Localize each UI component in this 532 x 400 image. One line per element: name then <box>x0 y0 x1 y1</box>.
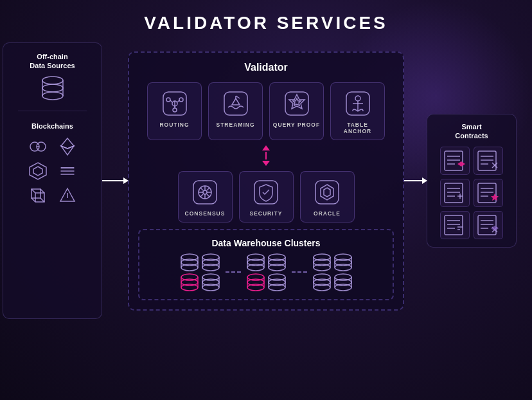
double-arrow <box>138 147 394 165</box>
svg-point-2 <box>42 92 63 100</box>
streaming-icon <box>222 89 250 118</box>
svg-rect-88 <box>445 151 463 170</box>
svg-point-0 <box>42 77 63 84</box>
center-panel: Validator <box>128 51 404 311</box>
svg-rect-110 <box>445 215 463 235</box>
sc-card-2 <box>474 147 503 175</box>
sc-card-6 <box>474 211 503 239</box>
chain-icon-solana <box>58 161 77 181</box>
arrow-left-to-center <box>102 180 128 181</box>
bottom-services-row: CONSENSUS SECURITY <box>138 171 394 223</box>
svg-line-13 <box>31 189 35 193</box>
svg-point-23 <box>173 108 177 112</box>
svg-rect-116 <box>478 215 496 235</box>
svg-marker-9 <box>33 167 42 176</box>
svg-point-34 <box>355 96 360 101</box>
arrow-down <box>262 161 270 166</box>
svg-line-15 <box>31 198 35 202</box>
chain-icon-cube <box>28 186 48 205</box>
svg-point-39 <box>203 190 207 194</box>
cluster-separator-1 <box>226 271 241 273</box>
cluster-group-1 <box>180 253 220 291</box>
svg-line-46 <box>207 188 209 190</box>
svg-marker-50 <box>321 185 333 200</box>
dw-section: Data Warehouse Clusters <box>138 229 394 300</box>
security-label: SECURITY <box>250 210 283 217</box>
dw-title: Data Warehouse Clusters <box>211 238 320 248</box>
smart-contracts-grid <box>440 147 503 239</box>
right-panel: Smart Contracts <box>427 114 517 248</box>
svg-point-1 <box>42 84 63 92</box>
table-anchor-icon <box>344 89 372 118</box>
sc-card-4 <box>474 179 503 207</box>
svg-rect-37 <box>193 181 217 204</box>
query-proof-card: QUERY PROOF <box>269 82 324 140</box>
routing-label: ROUTING <box>159 122 189 128</box>
chain-icon-eth <box>58 137 77 156</box>
arrow-up <box>262 145 270 150</box>
consensus-card: CONSENSUS <box>178 171 233 223</box>
svg-marker-92 <box>457 161 465 167</box>
table-anchor-card: TABLE ANCHOR <box>330 82 385 140</box>
offchain-section: Off-chain Data Sources <box>10 52 95 100</box>
chain-icon-1 <box>28 137 48 156</box>
svg-line-16 <box>40 198 44 202</box>
svg-rect-99 <box>445 183 463 203</box>
svg-line-26 <box>170 100 172 102</box>
routing-card: ROUTING <box>147 82 202 140</box>
chain-icon-avax <box>58 186 77 205</box>
divider <box>18 111 86 111</box>
svg-point-21 <box>166 98 170 102</box>
arrow-line-2 <box>404 180 427 181</box>
svg-marker-109 <box>491 194 499 201</box>
svg-marker-122 <box>491 226 499 231</box>
query-proof-label: QUERY PROOF <box>273 122 320 128</box>
blockchain-grid <box>26 134 80 208</box>
smart-contracts-title: Smart Contracts <box>455 122 488 141</box>
consensus-label: CONSENSUS <box>185 210 226 217</box>
page-title: VALIDATOR SERVICES <box>144 13 388 33</box>
svg-marker-7 <box>61 146 74 155</box>
svg-marker-51 <box>324 188 330 197</box>
sc-card-3 <box>440 179 470 207</box>
svg-rect-27 <box>224 92 247 115</box>
svg-line-44 <box>200 188 203 190</box>
cluster-group-2 <box>246 253 287 291</box>
oracle-label: ORACLE <box>314 210 341 217</box>
chain-icon-polygon <box>28 161 48 181</box>
cluster-separator-2 <box>292 271 307 273</box>
consensus-icon <box>191 178 219 206</box>
svg-point-22 <box>179 98 183 102</box>
svg-marker-31 <box>289 95 305 109</box>
streaming-label: STREAMING <box>217 122 255 128</box>
arrow-center-to-right <box>404 180 427 181</box>
security-icon <box>252 178 280 206</box>
svg-line-29 <box>236 96 240 98</box>
oracle-icon <box>313 178 341 206</box>
database-icon <box>39 75 67 100</box>
dw-clusters <box>180 253 353 291</box>
sc-card-5 <box>440 211 470 239</box>
top-services-row: ROUTING STREAMING <box>138 82 394 140</box>
oracle-card: ORACLE <box>300 171 355 223</box>
svg-line-45 <box>207 194 209 197</box>
blockchains-title: Blockchains <box>31 122 73 131</box>
routing-icon <box>161 89 189 118</box>
arrow-line-v <box>265 152 267 159</box>
blockchains-section: Blockchains <box>10 122 95 208</box>
streaming-card: STREAMING <box>208 82 263 140</box>
sc-card-1 <box>440 147 470 175</box>
svg-line-14 <box>40 189 44 193</box>
svg-marker-8 <box>30 163 46 179</box>
arrow-line <box>102 180 128 181</box>
validator-title: Validator <box>138 62 394 73</box>
main-layout: Off-chain Data Sources Blockchains <box>3 42 529 319</box>
offchain-title: Off-chain Data Sources <box>30 52 75 71</box>
svg-line-47 <box>200 194 203 197</box>
double-arrow-icon <box>262 145 270 166</box>
cluster-group-3 <box>312 253 353 291</box>
left-panel: Off-chain Data Sources Blockchains <box>3 42 102 319</box>
svg-line-25 <box>177 100 179 102</box>
svg-rect-93 <box>478 151 496 170</box>
security-card: SECURITY <box>239 171 294 223</box>
